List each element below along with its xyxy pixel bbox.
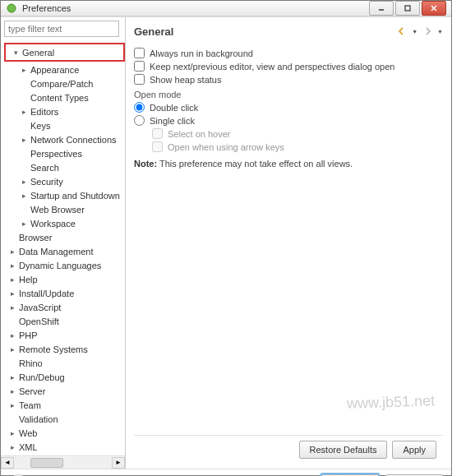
tree-item[interactable]: Browser [4, 230, 125, 244]
tree-item[interactable]: ▸Team [4, 398, 125, 412]
tree-expand-icon[interactable]: ▸ [19, 108, 29, 116]
single-click-radio[interactable] [134, 115, 145, 126]
tree-item[interactable]: ▸Server [4, 384, 125, 398]
forward-button[interactable] [421, 25, 434, 38]
tree-selection-highlight: ▾General [4, 43, 125, 62]
tree-item[interactable]: OpenShift [4, 314, 125, 328]
scroll-thumb[interactable] [30, 458, 63, 468]
tree-expand-icon[interactable]: ▸ [19, 178, 29, 186]
double-click-radio[interactable] [134, 102, 145, 113]
tree-item-label: Startup and Shutdown [29, 191, 122, 201]
tree-item[interactable]: ▸Workspace [4, 216, 125, 230]
tree-item[interactable]: Content Types [4, 90, 125, 104]
svg-point-0 [7, 4, 16, 12]
tree-item[interactable]: ▸Dynamic Languages [4, 258, 125, 272]
note-text: This preference may not take effect on a… [157, 159, 353, 169]
tree-item[interactable]: Perspectives [4, 146, 125, 160]
select-hover-checkbox [152, 128, 163, 139]
tree-item-label: XML [17, 442, 39, 452]
minimize-button[interactable] [369, 1, 394, 16]
note: Note: This preference may not take effec… [134, 159, 443, 169]
general-form: Always run in background Keep next/previ… [134, 45, 443, 169]
scroll-left-arrow-icon[interactable]: ◄ [1, 457, 14, 469]
tree-expand-icon[interactable]: ▸ [19, 136, 29, 144]
tree-item[interactable]: Search [4, 160, 125, 174]
always-run-bg-label: Always run in background [150, 49, 253, 58]
tree-item[interactable]: ▸Run/Debug [4, 370, 125, 384]
tree-item[interactable]: ▸Startup and Shutdown [4, 188, 125, 202]
tree-expand-icon[interactable]: ▸ [7, 429, 17, 437]
always-run-bg-checkbox[interactable] [134, 48, 145, 58]
tree-item-label: Network Connections [29, 135, 118, 145]
tree-item[interactable]: ▸Remote Systems [4, 342, 125, 356]
tree-item[interactable]: ▸Security [4, 174, 125, 188]
tree-item-label: Run/Debug [17, 372, 67, 382]
content-header: General ▼ ▼ [134, 22, 443, 40]
tree-expand-icon[interactable]: ▸ [7, 247, 17, 256]
tree-item-label: OpenShift [17, 317, 61, 326]
tree-item[interactable]: Keys [4, 118, 125, 132]
body: ▾General▸AppearanceCompare/PatchContent … [1, 16, 451, 469]
tree-expand-icon[interactable]: ▸ [7, 387, 17, 395]
horizontal-scrollbar[interactable]: ◄ ► [1, 455, 125, 469]
single-click-label: Single click [150, 116, 195, 126]
svg-rect-2 [405, 6, 410, 11]
tree-expand-icon[interactable]: ▸ [7, 443, 17, 451]
tree-item[interactable]: Compare/Patch [4, 76, 125, 90]
sidebar: ▾General▸AppearanceCompare/PatchContent … [1, 17, 126, 469]
tree-item[interactable]: ▸Data Management [4, 244, 125, 258]
scroll-track[interactable] [14, 457, 112, 469]
open-arrow-checkbox [152, 141, 163, 152]
note-label: Note: [134, 159, 157, 169]
tree-item-label: Keys [29, 121, 52, 131]
app-icon [6, 2, 17, 14]
tree-expand-icon[interactable]: ▸ [7, 289, 17, 298]
tree-item-label: Appearance [29, 65, 81, 75]
tree-item[interactable]: Validation [4, 412, 125, 426]
tree-item-label: Remote Systems [17, 344, 90, 354]
show-heap-checkbox[interactable] [134, 74, 145, 85]
tree-item-label: PHP [17, 330, 39, 340]
tree-item[interactable]: ▾General [7, 45, 122, 59]
keep-dialog-checkbox[interactable] [134, 61, 145, 72]
tree-item-label: Data Management [17, 247, 95, 256]
scroll-right-arrow-icon[interactable]: ► [112, 457, 125, 469]
apply-button[interactable]: Apply [392, 441, 436, 459]
tree-item[interactable]: ▸JavaScript [4, 300, 125, 314]
page-heading: General [134, 25, 173, 38]
tree-expand-icon[interactable]: ▸ [7, 401, 17, 409]
tree-item-label: Install/Update [17, 289, 76, 298]
tree-expand-icon[interactable]: ▸ [19, 220, 29, 228]
tree-item[interactable]: Rhino [4, 356, 125, 370]
select-hover-label: Select on hover [168, 129, 230, 139]
back-button[interactable] [395, 25, 408, 38]
titlebar: Preferences [1, 1, 451, 16]
tree-expand-icon[interactable]: ▸ [7, 261, 17, 270]
tree-expand-icon[interactable]: ▸ [19, 192, 29, 200]
tree-item[interactable]: ▸Web [4, 426, 125, 440]
tree-item[interactable]: ▸Install/Update [4, 286, 125, 300]
maximize-button[interactable] [395, 1, 420, 16]
tree-expand-icon[interactable]: ▸ [7, 373, 17, 381]
tree-item[interactable]: ▸Editors [4, 104, 125, 118]
restore-defaults-button[interactable]: Restore Defaults [299, 441, 388, 459]
tree-item-label: Team [17, 400, 43, 410]
tree-expand-icon[interactable]: ▸ [19, 66, 29, 74]
tree-expand-icon[interactable]: ▸ [7, 331, 17, 340]
tree-item[interactable]: ▸PHP [4, 328, 125, 342]
back-menu-icon[interactable]: ▼ [412, 29, 417, 35]
tree-expand-icon[interactable]: ▸ [7, 345, 17, 354]
forward-menu-icon[interactable]: ▼ [437, 29, 443, 35]
tree-expand-icon[interactable]: ▸ [7, 275, 17, 284]
tree-item[interactable]: ▸Network Connections [4, 132, 125, 146]
tree-collapse-icon[interactable]: ▾ [11, 49, 21, 57]
open-mode-label: Open mode [134, 90, 443, 99]
tree-item[interactable]: ▸Appearance [4, 62, 125, 76]
filter-input[interactable] [4, 21, 119, 37]
tree-expand-icon[interactable]: ▸ [7, 303, 17, 312]
close-button[interactable] [422, 1, 446, 16]
dialog-footer: ? OK Cancel jiaocheng.chazidian.com [1, 469, 451, 476]
tree-item[interactable]: ▸Help [4, 272, 125, 286]
tree-item[interactable]: ▸XML [4, 440, 125, 454]
tree-item[interactable]: Web Browser [4, 202, 125, 216]
